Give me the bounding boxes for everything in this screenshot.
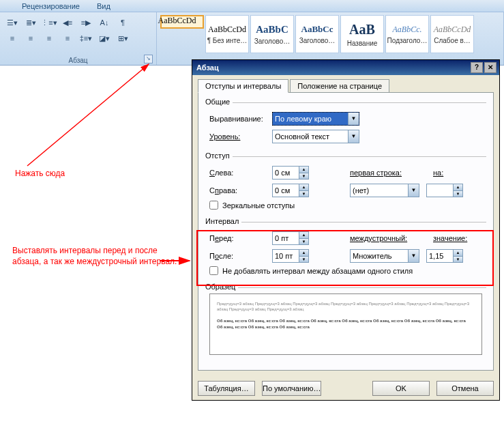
tabs-button[interactable]: Табуляция… <box>198 381 255 396</box>
mirror-check[interactable]: Зеркальные отступы <box>209 201 482 210</box>
linespace-select[interactable]: Множитель▼ <box>350 249 419 263</box>
section-sample: Образец Пред=дущ=3 абзац Пред=дущ=3 абза… <box>205 287 486 358</box>
left-label: Слева: <box>209 169 272 177</box>
section-indent: Отступ Слева: ▲▼ первая строка: на: Спра… <box>205 156 486 215</box>
style-1[interactable]: AaBbCcDd¶ Без инте… <box>205 15 249 53</box>
style-5[interactable]: AaBbCc.Подзаголо… <box>385 15 429 53</box>
first-label: первая строка: <box>350 169 424 177</box>
show-marks-button[interactable]: ¶ <box>114 15 132 30</box>
paragraph-launcher-button[interactable]: ↘ <box>144 55 153 63</box>
dialog-tabs: Отступы и интервалы Положение на страниц… <box>192 75 499 93</box>
align-right-button[interactable]: ≡ <box>40 31 58 46</box>
borders-button[interactable]: ⊞▾ <box>114 31 132 46</box>
after-label: После: <box>209 252 272 260</box>
linespace-label: междустрочный: <box>350 234 424 242</box>
level-select[interactable]: Основной текст▼ <box>272 130 359 143</box>
ribbon: ☰▾ ≣▾ ⋮≡▾ ◀≡ ≡▶ A↓ ¶ ≡ ≡ ≡ ≡ ‡≡▾ ◪▾ ⊞▾ А… <box>0 12 504 66</box>
tab-position[interactable]: Положение на странице <box>290 79 389 93</box>
shading-button[interactable]: ◪▾ <box>95 31 113 46</box>
align-left-button[interactable]: ≡ <box>3 31 21 46</box>
bullets-button[interactable]: ☰▾ <box>3 15 21 30</box>
first-select[interactable]: (нет)▼ <box>350 184 419 197</box>
style-0[interactable]: AaBbCcDd¶ Обычный <box>160 15 204 29</box>
before-label: Перед: <box>209 234 272 242</box>
value-spin[interactable]: ▲▼ <box>426 249 463 263</box>
align-justify-button[interactable]: ≡ <box>59 31 76 46</box>
preview-box: Пред=дущ=3 абзац Пред=дущ=3 абзац Пред=д… <box>209 293 482 355</box>
dialog-title: Абзац <box>196 63 219 72</box>
group-paragraph: ☰▾ ≣▾ ⋮≡▾ ◀≡ ≡▶ A↓ ¶ ≡ ≡ ≡ ≡ ‡≡▾ ◪▾ ⊞▾ А… <box>0 12 157 65</box>
after-spin[interactable]: ▲▼ <box>272 249 309 263</box>
tab-review[interactable]: Рецензирование <box>22 2 80 10</box>
numbering-button[interactable]: ≣▾ <box>22 15 40 30</box>
indent-inc-button[interactable]: ≡▶ <box>77 15 95 30</box>
group-title-paragraph: Абзац ↘ <box>2 56 154 65</box>
left-spin[interactable]: ▲▼ <box>272 166 309 180</box>
style-6[interactable]: AaBbCcDdСлабое в… <box>430 15 474 53</box>
svg-line-0 <box>27 64 149 166</box>
right-spin[interactable]: ▲▼ <box>272 184 309 197</box>
ok-button[interactable]: OK <box>372 381 430 396</box>
annotation-click-here: Нажать сюда <box>15 169 65 178</box>
tab-view[interactable]: Вид <box>97 2 110 10</box>
value-label: значение: <box>433 234 467 242</box>
cancel-button[interactable]: Отмена <box>436 381 494 396</box>
ribbon-tabs: Рецензирование Вид <box>0 0 504 12</box>
level-label: Уровень: <box>209 132 272 141</box>
right-label: Справа: <box>209 186 272 195</box>
multilevel-button[interactable]: ⋮≡▾ <box>40 15 58 30</box>
on-label: на: <box>433 169 443 177</box>
annotation-intervals: Выставлять интервалы перед и после абзац… <box>12 246 183 267</box>
group-styles: AaBbCcDd¶ ОбычныйAaBbCcDd¶ Без инте…AaBb… <box>157 12 504 65</box>
section-interval: Интервал Перед: ▲▼ междустрочный: значен… <box>205 222 486 281</box>
align-center-button[interactable]: ≡ <box>22 31 40 46</box>
align-label: Выравнивание: <box>209 115 272 123</box>
indent-dec-button[interactable]: ◀≡ <box>59 15 76 30</box>
style-4[interactable]: AaBНазвание <box>340 15 384 53</box>
titlebar: Абзац ? ✕ <box>192 60 499 75</box>
help-button[interactable]: ? <box>471 62 483 73</box>
sort-button[interactable]: A↓ <box>95 15 113 30</box>
noadd-check[interactable]: Не добавлять интервал между абзацами одн… <box>209 266 482 275</box>
section-general: Общие Выравнивание: По левому краю▼ Уров… <box>205 102 486 149</box>
close-button[interactable]: ✕ <box>484 62 496 73</box>
style-3[interactable]: AaBbCcЗаголово… <box>295 15 339 53</box>
line-spacing-button[interactable]: ‡≡▾ <box>77 31 95 46</box>
arrow-to-launcher <box>20 60 171 169</box>
paragraph-dialog: Абзац ? ✕ Отступы и интервалы Положение … <box>192 59 500 401</box>
default-button[interactable]: По умолчанию… <box>262 381 321 396</box>
align-select[interactable]: По левому краю▼ <box>272 112 359 126</box>
style-2[interactable]: AaBbCЗаголово… <box>250 15 294 53</box>
tab-indents[interactable]: Отступы и интервалы <box>198 79 288 93</box>
before-spin[interactable]: ▲▼ <box>272 231 309 245</box>
on-spin[interactable]: ▲▼ <box>426 184 463 197</box>
